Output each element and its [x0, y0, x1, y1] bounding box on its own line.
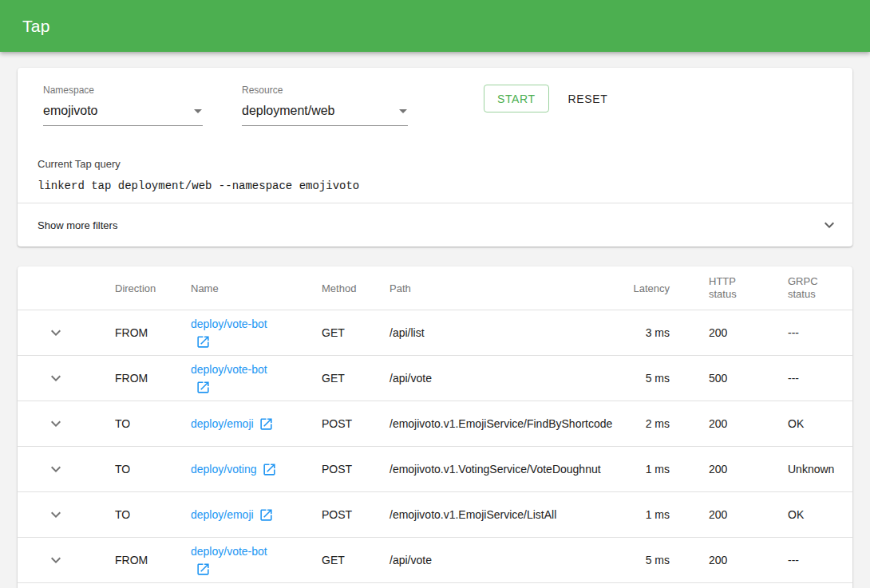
namespace-field: Namespace emojivoto — [43, 85, 203, 126]
reset-button[interactable]: RESET — [568, 93, 608, 105]
table-row: TO deploy/emoji POST /emojivoto.v1.Emoji… — [18, 401, 852, 447]
tap-query-form: Namespace emojivoto Resource deployment/… — [18, 68, 852, 126]
path-cell: /emojivoto.v1.EmojiService/FindByShortco… — [390, 417, 608, 430]
grpc-status-cell: OK — [788, 417, 852, 430]
method-cell: GET — [322, 372, 390, 385]
app-bar: Tap — [0, 0, 870, 52]
path-cell: /api/vote — [390, 372, 608, 385]
latency-cell: 1 ms — [608, 463, 670, 476]
expand-row-button[interactable] — [46, 323, 65, 342]
method-cell: POST — [322, 463, 390, 476]
namespace-label: Namespace — [43, 85, 203, 96]
name-cell: deploy/vote-bot — [191, 543, 322, 577]
resource-link[interactable]: deploy/emoji — [191, 417, 254, 430]
form-buttons: START RESET — [484, 85, 607, 112]
latency-cell: 2 ms — [608, 417, 670, 430]
dropdown-arrow-icon — [393, 101, 413, 120]
open-in-new-icon[interactable] — [196, 380, 211, 395]
resource-link[interactable]: deploy/vote-bot — [191, 318, 267, 330]
resource-value: deployment/web — [242, 103, 335, 118]
latency-cell: 5 ms — [608, 554, 670, 566]
header-http-status: HTTP status — [670, 275, 788, 301]
current-query-command: linkerd tap deployment/web --namespace e… — [38, 180, 852, 192]
header-method: Method — [322, 282, 390, 294]
http-status-cell: 200 — [670, 554, 788, 566]
open-in-new-icon[interactable] — [196, 334, 211, 349]
namespace-select[interactable]: emojivoto — [43, 103, 203, 126]
grpc-status-cell: --- — [788, 326, 852, 339]
name-cell: deploy/emoji — [191, 507, 322, 523]
expand-row-button[interactable] — [46, 460, 65, 479]
resource-label: Resource — [242, 85, 408, 96]
open-in-new-icon[interactable] — [259, 416, 274, 432]
direction-cell: TO — [93, 417, 191, 430]
chevron-down-icon — [46, 414, 65, 433]
grpc-status-cell: OK — [788, 508, 852, 521]
http-status-cell: 200 — [670, 417, 788, 430]
current-query-section: Current Tap query linkerd tap deployment… — [18, 158, 852, 192]
path-cell: /emojivoto.v1.EmojiService/ListAll — [390, 508, 608, 521]
chevron-down-icon — [46, 460, 65, 479]
header-direction: Direction — [93, 282, 191, 294]
header-name: Name — [191, 282, 322, 294]
path-cell: /api/vote — [390, 554, 608, 566]
latency-cell: 3 ms — [608, 326, 670, 339]
start-button[interactable]: START — [484, 85, 549, 112]
table-row: FROM deploy/vote-bot GET /api/list 3 ms … — [18, 310, 852, 356]
method-cell: POST — [322, 417, 390, 430]
header-grpc-status: GRPC status — [788, 275, 852, 301]
open-in-new-icon[interactable] — [259, 507, 274, 523]
open-in-new-icon[interactable] — [196, 562, 211, 577]
direction-cell: TO — [93, 463, 191, 476]
header-latency: Latency — [608, 282, 670, 294]
grpc-status-cell: --- — [788, 554, 852, 566]
show-more-filters-label: Show more filters — [38, 219, 117, 231]
page-title: Tap — [22, 17, 50, 36]
tap-results-card: Direction Name Method Path Latency HTTP … — [18, 266, 852, 588]
resource-link[interactable]: deploy/vote-bot — [191, 363, 267, 376]
resource-link[interactable]: deploy/voting — [191, 463, 257, 476]
expand-row-button[interactable] — [46, 505, 65, 524]
resource-field: Resource deployment/web — [242, 85, 408, 126]
grpc-status-cell: Unknown — [788, 463, 852, 476]
resource-link[interactable]: deploy/emoji — [191, 508, 254, 521]
header-path: Path — [390, 282, 608, 294]
table-header-row: Direction Name Method Path Latency HTTP … — [18, 266, 852, 310]
table-row: TO deploy/voting POST /emojivoto.v1.Voti… — [18, 447, 852, 492]
name-cell: deploy/vote-bot — [191, 316, 322, 349]
chevron-down-icon — [46, 551, 65, 570]
chevron-down-icon — [46, 369, 65, 388]
name-cell: deploy/emoji — [191, 416, 322, 432]
name-cell: deploy/voting — [191, 461, 322, 478]
path-cell: /api/list — [390, 326, 608, 339]
chevron-down-icon — [46, 323, 65, 342]
expand-row-button[interactable] — [46, 414, 65, 433]
latency-cell: 1 ms — [608, 508, 670, 521]
latency-cell: 5 ms — [608, 372, 670, 385]
method-cell: GET — [322, 326, 390, 339]
table-row: FROM deploy/vote-bot GET /api/vote 5 ms … — [18, 356, 852, 401]
grpc-status-cell: --- — [788, 372, 852, 385]
method-cell: GET — [322, 554, 390, 566]
path-cell: /emojivoto.v1.VotingService/VoteDoughnut — [390, 463, 608, 476]
name-cell: deploy/vote-bot — [191, 361, 322, 395]
tap-query-card: Namespace emojivoto Resource deployment/… — [18, 68, 852, 247]
table-row: TO deploy/emoji POST /emojivoto.v1.Emoji… — [18, 492, 852, 538]
expand-row-button[interactable] — [46, 369, 65, 388]
dropdown-arrow-icon — [188, 101, 208, 120]
direction-cell: FROM — [93, 326, 191, 339]
current-query-label: Current Tap query — [38, 158, 852, 170]
resource-select[interactable]: deployment/web — [242, 103, 408, 126]
chevron-down-icon — [46, 505, 65, 524]
http-status-cell: 200 — [670, 508, 788, 521]
resource-link[interactable]: deploy/vote-bot — [191, 545, 267, 558]
direction-cell: FROM — [93, 372, 191, 385]
open-in-new-icon[interactable] — [262, 462, 277, 477]
table-row: FROM deploy/vote-bot GET /api/vote 5 ms … — [18, 538, 852, 583]
chevron-down-icon[interactable] — [820, 215, 839, 235]
show-more-filters-toggle[interactable]: Show more filters — [18, 203, 852, 247]
method-cell: POST — [322, 508, 390, 521]
http-status-cell: 200 — [670, 326, 788, 339]
expand-row-button[interactable] — [46, 551, 65, 570]
direction-cell: TO — [93, 508, 191, 521]
